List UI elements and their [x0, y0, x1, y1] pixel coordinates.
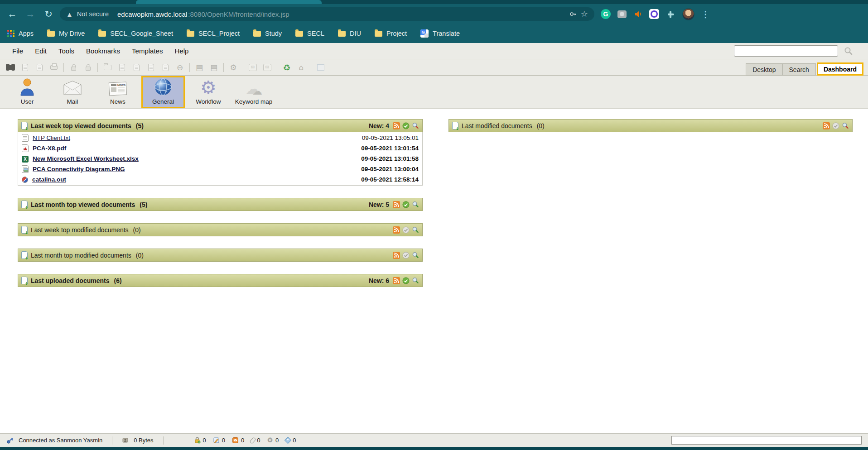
panel-header[interactable]: Last week top viewed documents (5) New: …: [18, 119, 423, 132]
check-icon-disabled[interactable]: [402, 226, 410, 234]
txt-file-icon: [22, 134, 29, 142]
document-link[interactable]: NTP Client.txt: [33, 134, 70, 141]
rss-icon[interactable]: [393, 252, 400, 259]
add-lock-icon[interactable]: [68, 62, 78, 72]
check-icon-disabled[interactable]: [832, 122, 839, 129]
menu-templates[interactable]: Templates: [126, 44, 169, 57]
panel-header[interactable]: Last week top modified documents (0): [18, 223, 423, 236]
search-documents-icon[interactable]: [5, 62, 15, 72]
dashnav-general[interactable]: General: [141, 76, 185, 108]
checkout-icon[interactable]: [131, 62, 141, 72]
document-link[interactable]: catalina.out: [32, 176, 66, 183]
news-icon: NEWS: [107, 78, 128, 96]
panel-header[interactable]: Last uploaded documents (6) New: 6: [18, 274, 423, 287]
quick-search-input[interactable]: [734, 45, 838, 57]
cancel-icon[interactable]: ⊖: [175, 62, 185, 72]
add-document-icon[interactable]: [117, 62, 127, 72]
rss-icon[interactable]: [393, 226, 400, 234]
checkin-icon[interactable]: [146, 62, 156, 72]
bookmarks-bar: Apps My Drive SECL_Google_Sheet SECL_Pro…: [0, 24, 868, 43]
menu-help[interactable]: Help: [169, 44, 194, 57]
bookmark-item[interactable]: DIU: [338, 30, 361, 37]
menu-tools[interactable]: Tools: [53, 44, 80, 57]
workflow-gear-icon: ⚙: [200, 78, 217, 96]
rss-icon[interactable]: [393, 277, 400, 284]
split-view-icon[interactable]: [316, 62, 326, 72]
remove-subscription-icon[interactable]: ✉: [262, 62, 272, 72]
zoom-icon[interactable]: [412, 201, 419, 208]
extensions-puzzle-icon[interactable]: [666, 10, 675, 19]
panel-header[interactable]: Last month top viewed documents (5) New:…: [18, 198, 423, 211]
bookmark-item-translate[interactable]: Translate: [420, 29, 460, 38]
warning-icon[interactable]: ▲: [66, 10, 73, 18]
bookmark-item[interactable]: SECL: [295, 30, 324, 37]
profile-avatar[interactable]: [682, 8, 694, 20]
menu-file[interactable]: File: [6, 44, 29, 57]
bookmark-item[interactable]: Project: [375, 30, 407, 37]
browser-active-tab[interactable]: [136, 0, 322, 4]
panel-header[interactable]: Last modified documents (0): [448, 119, 853, 132]
browser-menu-icon[interactable]: ⋮: [701, 9, 710, 19]
zoom-icon[interactable]: [412, 122, 419, 129]
menu-bookmarks[interactable]: Bookmarks: [80, 44, 126, 57]
zoom-icon[interactable]: [412, 252, 419, 259]
delete-icon[interactable]: [160, 62, 170, 72]
rss-icon[interactable]: [823, 122, 830, 129]
dashnav-keyword-map[interactable]: ☁☁ Keyword map: [232, 76, 275, 108]
adblock-extension-icon[interactable]: [649, 9, 659, 19]
panel-header[interactable]: Last month top modified documents (0): [18, 249, 423, 262]
tab-search[interactable]: Search: [782, 63, 816, 76]
dashnav-workflow[interactable]: ⚙ Workflow: [187, 76, 230, 108]
document-link[interactable]: PCA Connectivity Diagram.PNG: [33, 166, 125, 172]
zoom-icon[interactable]: [412, 277, 419, 284]
add-subscription-icon[interactable]: ✉: [248, 62, 258, 72]
dashnav-mail[interactable]: Mail: [51, 76, 94, 108]
apps-shortcut[interactable]: Apps: [7, 30, 34, 37]
back-button[interactable]: ←: [5, 7, 19, 21]
screenshot-extension-icon[interactable]: [617, 10, 627, 18]
dashnav-user[interactable]: User: [5, 76, 49, 108]
zoom-icon[interactable]: [842, 122, 849, 129]
menu-edit[interactable]: Edit: [29, 44, 53, 57]
password-key-icon[interactable]: [569, 10, 577, 18]
document-link[interactable]: PCA-X8.pdf: [33, 145, 66, 152]
start-workflow-icon[interactable]: ⚙: [228, 62, 238, 72]
bookmark-star-icon[interactable]: ☆: [581, 9, 588, 19]
check-icon-disabled[interactable]: [402, 252, 410, 259]
tab-dashboard[interactable]: Dashboard: [817, 62, 863, 76]
check-icon[interactable]: [402, 122, 410, 129]
statusbar-input[interactable]: [671, 436, 862, 445]
panel-last-month-top-modified: Last month top modified documents (0): [18, 249, 423, 262]
reload-button[interactable]: ↻: [42, 7, 55, 21]
search-icon[interactable]: [844, 46, 854, 56]
window-bottom-edge: [0, 447, 868, 450]
refresh-icon[interactable]: ♻: [282, 62, 292, 72]
home-icon[interactable]: ⌂: [296, 62, 306, 72]
download-icon[interactable]: [20, 62, 30, 72]
bookmark-item[interactable]: Study: [253, 30, 282, 37]
forward-button[interactable]: →: [24, 7, 37, 21]
grammarly-extension-icon[interactable]: G: [601, 9, 611, 19]
security-label[interactable]: Not secure: [77, 10, 109, 18]
check-icon[interactable]: [402, 277, 410, 284]
document-add-icon: [21, 277, 28, 284]
add-property-group-icon[interactable]: ▤: [194, 62, 204, 72]
address-bar[interactable]: ▲ Not secure edcawopkm.awdc.local:8080/O…: [60, 7, 594, 21]
dashnav-news[interactable]: NEWS News: [96, 76, 140, 108]
convert-pdf-icon[interactable]: [34, 62, 44, 72]
rss-icon[interactable]: [393, 201, 400, 208]
tab-desktop[interactable]: Desktop: [746, 63, 782, 76]
announce-extension-icon[interactable]: [633, 10, 642, 19]
bookmark-item[interactable]: SECL_Google_Sheet: [98, 30, 173, 37]
dashboard-content: Last week top viewed documents (5) New: …: [0, 109, 868, 433]
rss-icon[interactable]: [393, 122, 400, 129]
bookmark-item[interactable]: SECL_Project: [187, 30, 240, 37]
print-icon[interactable]: [49, 62, 59, 72]
bookmark-item[interactable]: My Drive: [47, 30, 85, 37]
check-icon[interactable]: [402, 201, 410, 208]
zoom-icon[interactable]: [412, 226, 419, 234]
remove-lock-icon[interactable]: [83, 62, 93, 72]
remove-property-group-icon[interactable]: ▤: [209, 62, 219, 72]
create-folder-icon[interactable]: [102, 62, 112, 72]
document-link[interactable]: New Microsoft Excel Worksheet.xlsx: [33, 155, 139, 162]
